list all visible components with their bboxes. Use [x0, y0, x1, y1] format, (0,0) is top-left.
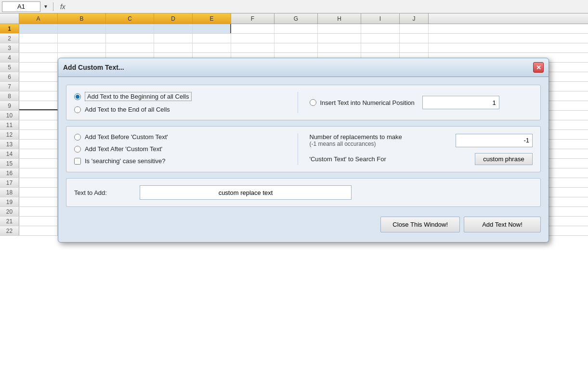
- add-text-now-button[interactable]: Add Text Now!: [464, 217, 541, 232]
- cell-d1[interactable]: [154, 24, 193, 33]
- dialog: Add Custom Text... ✕ Add Text to the Beg…: [58, 58, 549, 243]
- close-window-button[interactable]: Close This Window!: [380, 217, 460, 232]
- section-custom-text-right: Number of replacements to make (-1 means…: [298, 133, 533, 165]
- col-header-d[interactable]: D: [154, 13, 193, 24]
- radio-row-end: Add Text to the End of all Cells: [74, 106, 298, 113]
- cell-ref-dropdown-icon[interactable]: ▼: [43, 4, 48, 9]
- cell-j1[interactable]: [400, 24, 429, 33]
- replacements-sublabel: (-1 means all occurances): [310, 141, 450, 147]
- text-to-add-label: Text to Add:: [74, 189, 132, 196]
- grid-row-1: 1: [0, 24, 588, 34]
- radio-after-custom-label: Add Text After 'Custom Text': [85, 145, 162, 153]
- search-for-row: 'Custom Text' to Search For custom phras…: [310, 153, 533, 165]
- cell-a1[interactable]: [19, 24, 58, 33]
- cell-g1[interactable]: [274, 24, 318, 33]
- numerical-position-input[interactable]: [422, 96, 499, 109]
- section-position-right: Insert Text into Numerical Position: [298, 92, 533, 113]
- grid-row-3: 3: [0, 43, 588, 53]
- col-header-i[interactable]: I: [361, 13, 400, 24]
- col-header-c[interactable]: C: [106, 13, 154, 24]
- col-header-j[interactable]: J: [400, 13, 429, 24]
- cell-c1[interactable]: [106, 24, 154, 33]
- replacements-row: Number of replacements to make (-1 means…: [310, 133, 533, 147]
- checkbox-case-sensitive[interactable]: [74, 158, 81, 165]
- col-header-b[interactable]: B: [58, 13, 106, 24]
- formula-input[interactable]: [68, 1, 586, 12]
- text-to-add-input[interactable]: [140, 185, 352, 200]
- radio-end-label: Add Text to the End of all Cells: [85, 106, 170, 113]
- col-header-f[interactable]: F: [231, 13, 274, 24]
- cell-h1[interactable]: [318, 24, 361, 33]
- section-text-to-add: Text to Add:: [66, 178, 541, 207]
- cell-ref-box[interactable]: A1: [2, 1, 40, 12]
- cell-i1[interactable]: [361, 24, 400, 33]
- action-buttons: Close This Window! Add Text Now!: [66, 213, 541, 234]
- row-num-header: [0, 13, 19, 24]
- radio-row-numerical: Insert Text into Numerical Position: [310, 99, 415, 106]
- section-position-left: Add Text to the Beginning of all Cells A…: [74, 92, 298, 113]
- dialog-close-button[interactable]: ✕: [533, 62, 544, 73]
- radio-before-custom-label: Add Text Before 'Custom Text': [85, 133, 168, 141]
- radio-end[interactable]: [74, 106, 81, 113]
- checkbox-case-label: Is 'searching' case sensitive?: [85, 157, 166, 165]
- section-custom-text: Add Text Before 'Custom Text' Add Text A…: [66, 126, 541, 172]
- search-for-label: 'Custom Text' to Search For: [310, 155, 470, 163]
- radio-after-custom[interactable]: [74, 146, 81, 153]
- col-header-h[interactable]: H: [318, 13, 361, 24]
- row-num-2[interactable]: 2: [0, 34, 19, 43]
- dialog-title: Add Custom Text...: [63, 64, 124, 71]
- radio-row-before: Add Text Before 'Custom Text': [74, 133, 298, 141]
- formula-bar: A1 ▼ fx: [0, 0, 588, 13]
- radio-numerical[interactable]: [310, 99, 316, 106]
- cell-e1[interactable]: [193, 24, 231, 33]
- radio-row-beginning: Add Text to the Beginning of all Cells: [74, 92, 298, 101]
- cell-f1[interactable]: [231, 24, 274, 33]
- radio-before-custom[interactable]: [74, 134, 81, 141]
- dialog-content: Add Text to the Beginning of all Cells A…: [58, 77, 549, 242]
- custom-phrase-button[interactable]: custom phrase: [475, 153, 533, 165]
- section-position: Add Text to the Beginning of all Cells A…: [66, 85, 541, 120]
- row-num-1[interactable]: 1: [0, 24, 19, 33]
- checkbox-row-case: Is 'searching' case sensitive?: [74, 157, 298, 165]
- replacements-group: Number of replacements to make (-1 means…: [310, 133, 533, 147]
- cell-b1[interactable]: [58, 24, 106, 33]
- grid-row-2: 2: [0, 34, 588, 43]
- column-headers: A B C D E F G H I J: [0, 13, 588, 24]
- radio-beginning[interactable]: [74, 93, 81, 100]
- replacements-input[interactable]: [456, 134, 533, 147]
- col-header-e[interactable]: E: [193, 13, 231, 24]
- cell-ref-label: A1: [17, 3, 25, 10]
- radio-numerical-label: Insert Text into Numerical Position: [320, 99, 415, 106]
- dialog-titlebar: Add Custom Text... ✕: [58, 58, 549, 77]
- fx-icon: fx: [60, 3, 65, 11]
- radio-row-after: Add Text After 'Custom Text': [74, 145, 298, 153]
- section-custom-text-left: Add Text Before 'Custom Text' Add Text A…: [74, 133, 298, 165]
- replacements-label: Number of replacements to make: [310, 133, 450, 141]
- col-header-a[interactable]: A: [19, 13, 58, 24]
- col-header-g[interactable]: G: [274, 13, 318, 24]
- radio-beginning-label: Add Text to the Beginning of all Cells: [85, 92, 192, 101]
